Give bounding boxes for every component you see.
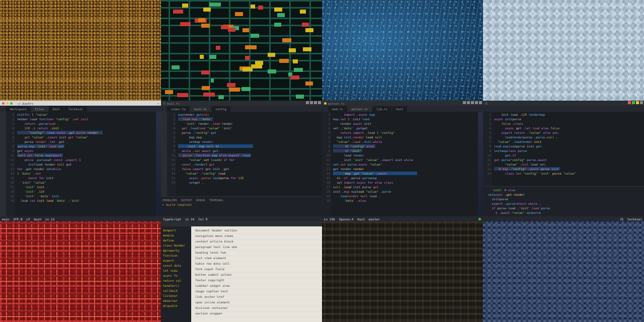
code-line[interactable]: import .async map	[333, 113, 481, 117]
code-line[interactable]: get "value" .const init get "value"	[17, 135, 159, 140]
tab-terminal[interactable]: Terminal	[64, 106, 87, 112]
list-item[interactable]: let view	[162, 269, 190, 274]
address-bar[interactable]: ~/.bashrc	[15, 101, 36, 106]
minimize-icon[interactable]	[6, 102, 9, 105]
list-item[interactable]: define	[162, 238, 190, 244]
window-titlebar[interactable]: parser.rs	[322, 101, 483, 106]
status-item[interactable]: Spaces:4	[339, 217, 354, 221]
list-item[interactable]: dispatch	[162, 304, 190, 309]
tab-lib.rs[interactable]: lib.rs	[372, 106, 391, 112]
code-line[interactable]: load.maploadparse init get.	[494, 144, 642, 149]
list-item[interactable]: document header section	[193, 228, 320, 234]
code-line[interactable]: class let "config" 'init' parse "value"	[494, 172, 642, 176]
status-item[interactable]: main	[2, 217, 9, 221]
code-line[interactable]: initfor 1 "value"	[17, 113, 159, 117]
panel-tab[interactable]: DEBUG	[196, 198, 205, 202]
document-list[interactable]: document header sectionnavigation menu i…	[191, 226, 322, 322]
code-line[interactable]: export return ."value" else set.	[494, 131, 642, 135]
panel[interactable]: 'init' 0 else setasync .get render initp…	[483, 186, 644, 216]
code-line[interactable]: 1 'data' .set	[17, 172, 159, 176]
code-line[interactable]: 0 map ."config" .await parse init	[494, 167, 642, 172]
status-bar[interactable]: TypeScriptLn 24Col 8	[161, 216, 322, 221]
list-item[interactable]: button submit action	[193, 273, 320, 278]
panel-tab[interactable]: PROBLEMS	[163, 198, 177, 202]
code-line[interactable]: parse.map.'init' load set	[17, 144, 159, 149]
list-item[interactable]: const data	[162, 264, 190, 269]
code-line[interactable]: set import async for else class	[333, 181, 481, 185]
code-line[interactable]: map .get "value" .await	[333, 172, 481, 176]
list-item[interactable]: list item element	[193, 256, 320, 262]
status-bar[interactable]: Ln 156Spaces:4Rustmaster	[322, 216, 483, 221]
menu-icon[interactable]: ☰	[163, 102, 166, 105]
code-line[interactable]: loadrenderparse .parse.null .	[494, 135, 642, 140]
tab-config[interactable]: config	[211, 106, 230, 112]
code-area[interactable]: init load .128 rendermapasync initparse …	[492, 112, 644, 186]
list-item[interactable]: content article block	[193, 239, 320, 245]
code-line[interactable]: setget .	[178, 181, 320, 185]
tab-test[interactable]: test	[392, 106, 407, 112]
list-item[interactable]: image caption text	[193, 289, 320, 295]
list-item[interactable]: function	[162, 254, 190, 259]
list-item[interactable]: callback	[162, 289, 190, 294]
tab-workspace[interactable]: Workspace	[6, 106, 31, 112]
code-line[interactable]: null set false mapimport	[17, 153, 159, 158]
code-line[interactable]: while .parseset const .export 1	[17, 158, 159, 163]
code-line[interactable]: 'init' 0 else	[485, 188, 642, 193]
code-line[interactable]: async get .let load else false	[494, 126, 642, 131]
minimap[interactable]	[156, 112, 161, 216]
status-item[interactable]: Rust	[358, 217, 365, 221]
window-titlebar[interactable]: ☰	[483, 101, 644, 106]
code-area[interactable]: maprender getinit load map .'data' 'init…	[176, 112, 322, 196]
code-line[interactable]: 'init' .'data' init.	[17, 194, 159, 199]
list-item[interactable]: module	[162, 233, 190, 238]
code-line[interactable]: map init.render load null	[333, 135, 481, 140]
menu-icon[interactable]: ☰	[485, 102, 488, 105]
minimap[interactable]	[478, 112, 483, 216]
list-item[interactable]: section wrapper	[193, 311, 320, 317]
code-line[interactable]: for .get render setwhile	[17, 167, 159, 172]
activity-bar[interactable]	[161, 112, 167, 196]
tab-edit[interactable]: Edit	[49, 106, 64, 112]
status-item[interactable]: Ln 24	[185, 217, 194, 221]
code-line[interactable]: 42 "config" else	[333, 144, 481, 149]
code-line[interactable]: maprender getinit	[178, 113, 320, 117]
tab-bar[interactable]: WorkspaceFilesEditTerminal	[0, 106, 161, 112]
list-item[interactable]: span inline element	[193, 300, 320, 306]
code-line[interactable]: initparse	[485, 197, 642, 202]
code-line[interactable]: false .class	[494, 122, 642, 126]
code-line[interactable]: null .load init parse get	[333, 185, 481, 190]
tab-mod.rs[interactable]: mod.rs	[328, 106, 347, 112]
code-line[interactable]: 'init' .128	[17, 190, 159, 194]
status-item[interactable]: bash	[34, 217, 41, 221]
status-bar[interactable]: JSterminal	[483, 216, 644, 221]
code-line[interactable]: render await init	[333, 122, 481, 126]
code-line[interactable]: map map	[178, 135, 320, 140]
code-line[interactable]: init 'init' "value" .import init while	[333, 158, 481, 163]
code-line[interactable]: "value" .init load set.	[494, 163, 642, 167]
code-line[interactable]: map.let 1 .init load	[333, 117, 481, 122]
list-item[interactable]: export	[162, 259, 190, 264]
list-item[interactable]: navigation menu items	[193, 234, 320, 239]
code-line[interactable]: const .render1 get	[178, 163, 320, 167]
activity-bar[interactable]	[0, 112, 6, 216]
titlebar-actions[interactable]	[306, 101, 321, 104]
code-line[interactable]: initload render null get	[17, 163, 159, 167]
code-line[interactable]: if 'init'	[333, 149, 481, 153]
code-line[interactable]: 'init' render .load render	[178, 122, 320, 126]
close-icon[interactable]	[2, 102, 5, 105]
code-line[interactable]: const for init	[17, 176, 159, 181]
tab-index.ts[interactable]: index.ts	[167, 106, 190, 112]
code-line[interactable]: get parse"config" parse.await	[494, 158, 642, 163]
code-line[interactable]: "value" set load42 if for	[178, 158, 320, 163]
code-line[interactable]: setasync .get render	[485, 193, 642, 197]
window-titlebar[interactable]: ☰ main.ts	[161, 101, 322, 106]
code-area[interactable]: import .async mapmap.let 1 .init load re…	[331, 112, 483, 216]
code-line[interactable]: "value" .loadrender.init	[494, 140, 642, 144]
window-titlebar[interactable]: ~/.bashrc ▭	[0, 101, 161, 106]
list-item[interactable]: sidebar widget area	[193, 284, 320, 289]
list-item[interactable]: footer copyright	[193, 278, 320, 284]
code-line[interactable]: return import .load 1 "config"	[333, 131, 481, 135]
list-item[interactable]: return val	[162, 279, 190, 284]
status-icons[interactable]	[628, 101, 643, 104]
code-line[interactable]: "value" .load .init.while	[333, 140, 481, 144]
